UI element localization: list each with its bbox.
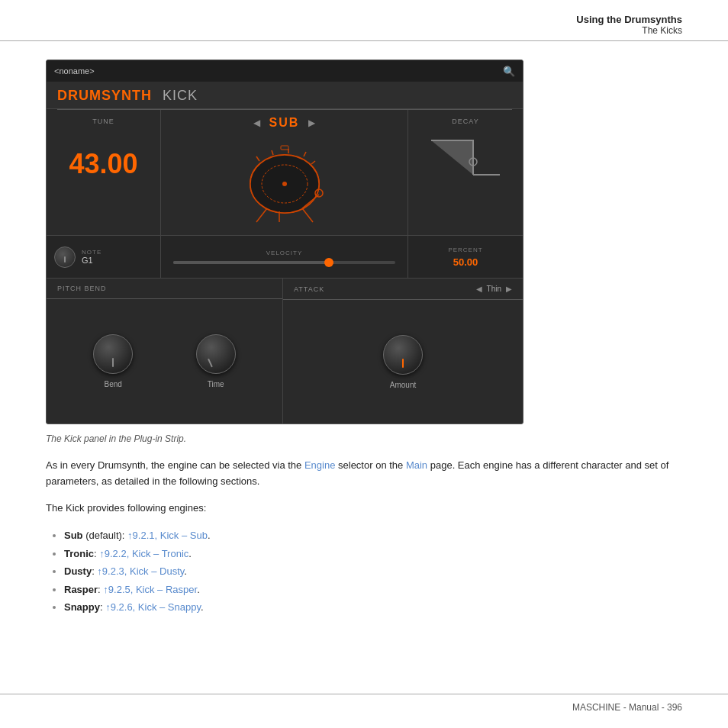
list-item: Tronic: ↑9.2.2, Kick – Tronic. <box>64 545 682 562</box>
sub-link[interactable]: ↑9.2.1, Kick – Sub <box>127 530 208 541</box>
bend-knob[interactable] <box>93 334 133 374</box>
list-item: Snappy: ↑9.2.6, Kick – Snappy. <box>64 598 682 616</box>
engine-name-rasper: Rasper <box>64 584 98 595</box>
bend-knob-container: Bend <box>93 334 133 388</box>
note-section: NOTE G1 <box>47 236 161 278</box>
sub-panel: ◀ SUB ▶ <box>161 110 408 235</box>
decay-envelope <box>424 133 507 182</box>
bend-indicator <box>112 358 114 367</box>
window-name: <noname> <box>54 66 95 76</box>
chapter-title: Using the Drumsynths <box>46 14 682 25</box>
note-label: NOTE <box>82 249 101 256</box>
velocity-section: VELOCITY <box>161 236 408 278</box>
pitch-bend-panel: PITCH BEND Bend Time <box>47 279 283 424</box>
engine-link[interactable]: Engine <box>304 459 335 471</box>
svg-marker-15 <box>431 140 473 175</box>
decay-label: DECAY <box>452 118 478 125</box>
attack-knobs: Amount <box>283 300 523 424</box>
attack-selector: ◀ Thin ▶ <box>476 285 512 293</box>
bottom-strip: NOTE G1 VELOCITY PERCENT 50.00 <box>47 236 523 279</box>
attack-type: Thin <box>487 285 501 293</box>
amount-knob[interactable] <box>383 335 423 375</box>
engine-name-snappy: Snappy <box>64 601 100 613</box>
search-icon[interactable]: 🔍 <box>503 66 515 77</box>
list-item: Sub (default): ↑9.2.1, Kick – Sub. <box>64 527 682 544</box>
lower-section: PITCH BEND Bend Time <box>47 279 523 424</box>
engine-prev-arrow[interactable]: ◀ <box>253 118 260 128</box>
tune-label: TUNE <box>92 118 114 125</box>
percent-section: PERCENT 50.00 <box>408 236 523 278</box>
percent-value: 50.00 <box>453 256 478 268</box>
bend-label: Bend <box>105 380 122 388</box>
dusty-link[interactable]: ↑9.2.3, Kick – Dusty <box>97 565 184 577</box>
tronic-link[interactable]: ↑9.2.2, Kick – Tronic <box>99 548 188 559</box>
engine-list: Sub (default): ↑9.2.1, Kick – Sub. Troni… <box>64 527 682 616</box>
main-section-top: TUNE 43.00 ◀ SUB ▶ <box>47 110 523 236</box>
time-indicator <box>208 359 213 368</box>
rasper-link[interactable]: ↑9.2.5, Kick – Rasper <box>103 584 197 595</box>
main-content: <noname> 🔍 DRUMSYNTH KICK TUNE 43.00 ◀ S… <box>0 41 728 662</box>
attack-next-arrow[interactable]: ▶ <box>506 285 512 293</box>
list-item: Dusty: ↑9.2.3, Kick – Dusty. <box>64 562 682 580</box>
page-header: Using the Drumsynths The Kicks <box>0 0 728 41</box>
sub-panel-header: ◀ SUB ▶ <box>161 110 407 136</box>
percent-label: PERCENT <box>448 246 482 253</box>
svg-line-8 <box>311 161 315 164</box>
svg-line-9 <box>256 208 267 222</box>
time-knob[interactable] <box>196 334 236 374</box>
svg-rect-14 <box>281 146 288 150</box>
velocity-fill <box>173 261 329 264</box>
engine-name: SUB <box>269 116 300 130</box>
engine-name-tronic: Tronic <box>64 548 94 559</box>
note-value: G1 <box>82 256 101 265</box>
drum-image <box>235 136 334 235</box>
svg-point-3 <box>282 182 287 186</box>
amount-indicator <box>402 359 404 368</box>
svg-line-4 <box>256 156 259 161</box>
page-footer: MASCHINE - Manual - 396 <box>0 694 728 713</box>
note-knob[interactable] <box>54 246 76 268</box>
engine-name-sub: Sub <box>64 530 83 541</box>
svg-line-11 <box>302 208 313 222</box>
note-labels: NOTE G1 <box>82 249 101 265</box>
list-item: Rasper: ↑9.2.5, Kick – Rasper. <box>64 581 682 598</box>
drum-illustration <box>235 140 334 224</box>
velocity-slider[interactable] <box>173 261 395 264</box>
time-knob-container: Time <box>196 334 236 388</box>
body-paragraph-1: As in every Drumsynth, the engine can be… <box>46 458 682 490</box>
main-link[interactable]: Main <box>406 459 427 471</box>
tune-panel: TUNE 43.00 <box>47 110 161 235</box>
body-paragraph-2: The Kick provides following engines: <box>46 501 682 517</box>
velocity-thumb[interactable] <box>324 258 333 267</box>
pitch-bend-header: PITCH BEND <box>47 279 282 299</box>
velocity-label: VELOCITY <box>266 250 303 256</box>
plugin-window: <noname> 🔍 DRUMSYNTH KICK TUNE 43.00 ◀ S… <box>46 60 523 424</box>
attack-header: ATTACK ◀ Thin ▶ <box>283 279 523 300</box>
attack-prev-arrow[interactable]: ◀ <box>476 285 482 293</box>
svg-line-7 <box>304 152 306 156</box>
attack-panel: ATTACK ◀ Thin ▶ Amount <box>283 279 523 424</box>
synth-name: DRUMSYNTH KICK <box>57 88 198 103</box>
svg-line-5 <box>272 150 273 155</box>
synth-header: DRUMSYNTH KICK <box>47 82 523 109</box>
tune-value: 43.00 <box>69 148 137 180</box>
title-bar: <noname> 🔍 <box>47 60 523 82</box>
amount-knob-container: Amount <box>383 335 423 389</box>
decay-panel: DECAY <box>408 110 523 235</box>
engine-name-dusty: Dusty <box>64 565 92 577</box>
snappy-link[interactable]: ↑9.2.6, Kick – Snappy <box>105 601 201 613</box>
footer-text: MASCHINE - Manual - 396 <box>572 702 682 713</box>
section-title: The Kicks <box>46 25 682 36</box>
pitch-bend-knobs: Bend Time <box>47 299 282 424</box>
image-caption: The Kick panel in the Plug-in Strip. <box>46 433 682 444</box>
amount-label: Amount <box>390 381 416 389</box>
pitch-bend-label: PITCH BEND <box>57 285 107 292</box>
engine-next-arrow[interactable]: ▶ <box>308 118 315 128</box>
time-label: Time <box>208 380 224 388</box>
attack-label: ATTACK <box>294 285 324 293</box>
